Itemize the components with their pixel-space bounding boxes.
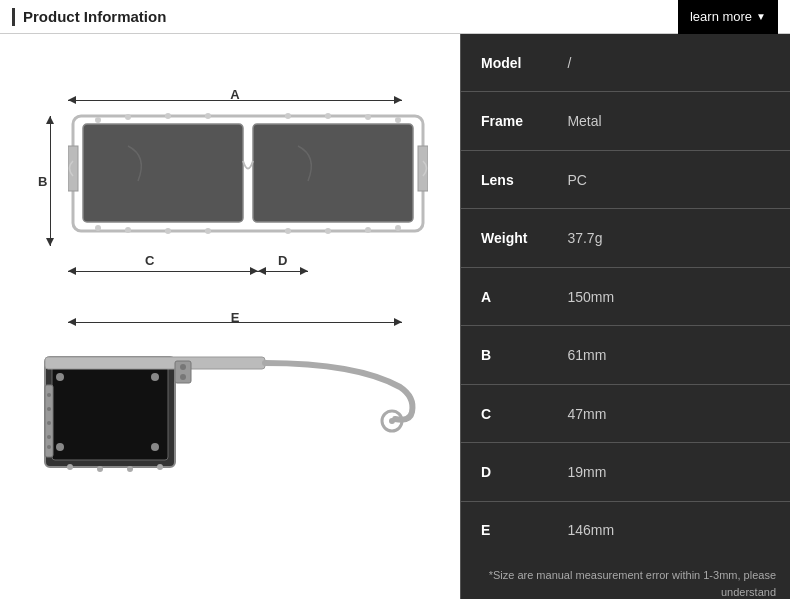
title-group: Product Information xyxy=(12,8,166,26)
spec-row: A150mm xyxy=(461,267,790,326)
side-svg xyxy=(40,332,420,512)
label-a: A xyxy=(230,87,239,102)
spec-value: 146mm xyxy=(547,501,790,559)
spec-row: E146mm xyxy=(461,501,790,559)
svg-point-4 xyxy=(125,114,131,120)
spec-row: B61mm xyxy=(461,326,790,385)
svg-point-6 xyxy=(205,113,211,119)
arrow-left-d xyxy=(258,267,266,275)
svg-point-13 xyxy=(165,228,171,234)
specs-table: Model/FrameMetalLensPCWeight37.7gA150mmB… xyxy=(461,34,790,559)
arrow-right-e xyxy=(394,318,402,326)
arrow-left-c xyxy=(68,267,76,275)
label-b: B xyxy=(38,174,47,189)
spec-label: E xyxy=(461,501,547,559)
dimension-line-d xyxy=(258,271,308,272)
dimension-line-c xyxy=(68,271,258,272)
svg-rect-22 xyxy=(52,364,168,460)
spec-label: Frame xyxy=(461,92,547,151)
svg-point-7 xyxy=(285,113,291,119)
spec-value: / xyxy=(547,34,790,92)
spec-label: D xyxy=(461,443,547,502)
measurement-note: *Size are manual measurement error withi… xyxy=(461,559,790,599)
svg-point-30 xyxy=(127,466,133,472)
dimension-line-b xyxy=(50,116,51,246)
spec-row: LensPC xyxy=(461,150,790,209)
svg-point-28 xyxy=(67,464,73,470)
front-view-diagram: A B C D xyxy=(30,54,440,294)
side-view-diagram: E xyxy=(30,314,440,514)
svg-point-18 xyxy=(395,225,401,231)
spec-label: B xyxy=(461,326,547,385)
svg-point-41 xyxy=(47,435,51,439)
spec-row: Weight37.7g xyxy=(461,209,790,268)
svg-point-10 xyxy=(395,117,401,123)
spec-row: FrameMetal xyxy=(461,92,790,151)
svg-point-38 xyxy=(47,393,51,397)
spec-label: Lens xyxy=(461,150,547,209)
svg-point-31 xyxy=(157,464,163,470)
label-e: E xyxy=(231,310,240,325)
svg-rect-1 xyxy=(83,124,243,222)
arrow-top-b xyxy=(46,116,54,124)
spec-label: A xyxy=(461,267,547,326)
spec-row: Model/ xyxy=(461,34,790,92)
svg-point-33 xyxy=(389,418,395,424)
title-bar-accent xyxy=(12,8,15,26)
svg-point-14 xyxy=(205,228,211,234)
arrow-left-e xyxy=(68,318,76,326)
svg-point-29 xyxy=(97,466,103,472)
specs-panel: Model/FrameMetalLensPCWeight37.7gA150mmB… xyxy=(460,34,790,599)
spec-value: 47mm xyxy=(547,384,790,443)
spec-value: 37.7g xyxy=(547,209,790,268)
svg-point-27 xyxy=(151,443,159,451)
svg-point-40 xyxy=(47,421,51,425)
svg-point-17 xyxy=(365,227,371,233)
page-title: Product Information xyxy=(23,8,166,25)
svg-point-8 xyxy=(325,113,331,119)
spec-row: D19mm xyxy=(461,443,790,502)
svg-point-16 xyxy=(325,228,331,234)
svg-point-36 xyxy=(180,374,186,380)
spec-value: Metal xyxy=(547,92,790,151)
svg-point-42 xyxy=(47,445,51,449)
spec-label: C xyxy=(461,384,547,443)
svg-point-25 xyxy=(56,443,64,451)
learn-more-label: learn more xyxy=(690,9,752,24)
main-content: A B C D xyxy=(0,34,790,599)
svg-point-35 xyxy=(180,364,186,370)
dropdown-arrow-icon: ▼ xyxy=(756,11,766,22)
arrow-right-d xyxy=(300,267,308,275)
spec-label: Weight xyxy=(461,209,547,268)
arrow-bottom-b xyxy=(46,238,54,246)
learn-more-button[interactable]: learn more ▼ xyxy=(678,0,778,34)
spec-row: C47mm xyxy=(461,384,790,443)
spec-value: 150mm xyxy=(547,267,790,326)
svg-point-3 xyxy=(95,117,101,123)
svg-point-15 xyxy=(285,228,291,234)
svg-rect-23 xyxy=(45,357,265,369)
svg-point-39 xyxy=(47,407,51,411)
svg-point-24 xyxy=(56,373,64,381)
svg-rect-2 xyxy=(253,124,413,222)
svg-point-11 xyxy=(95,225,101,231)
arrow-right-c xyxy=(250,267,258,275)
front-svg xyxy=(68,106,428,266)
page-header: Product Information learn more ▼ xyxy=(0,0,790,34)
diagram-panel: A B C D xyxy=(0,34,460,599)
svg-point-9 xyxy=(365,114,371,120)
svg-point-26 xyxy=(151,373,159,381)
svg-point-5 xyxy=(165,113,171,119)
spec-value: 61mm xyxy=(547,326,790,385)
svg-point-12 xyxy=(125,227,131,233)
spec-label: Model xyxy=(461,34,547,92)
spec-value: PC xyxy=(547,150,790,209)
arrow-left-a xyxy=(68,96,76,104)
arrow-right-a xyxy=(394,96,402,104)
spec-value: 19mm xyxy=(547,443,790,502)
